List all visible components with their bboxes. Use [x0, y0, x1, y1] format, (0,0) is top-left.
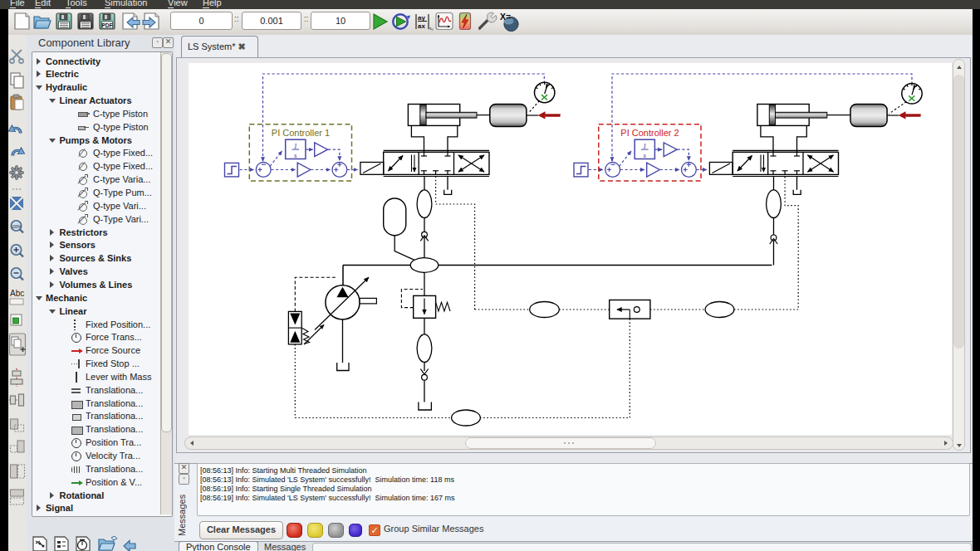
svg-text:100%: 100% [12, 225, 22, 229]
svg-text:ay: ay [418, 14, 425, 22]
svg-text:x₀: x₀ [429, 26, 434, 31]
svg-text:X=: X= [500, 12, 511, 22]
svg-text:Abc: Abc [10, 289, 24, 298]
svg-text:PI Controller 2: PI Controller 2 [620, 128, 679, 138]
svg-text:PDF: PDF [102, 22, 113, 28]
svg-text:ax: ax [418, 22, 425, 30]
svg-text:PI Controller 1: PI Controller 1 [272, 128, 330, 138]
svg-text:1: 1 [294, 142, 298, 150]
svg-text:s: s [294, 151, 297, 159]
